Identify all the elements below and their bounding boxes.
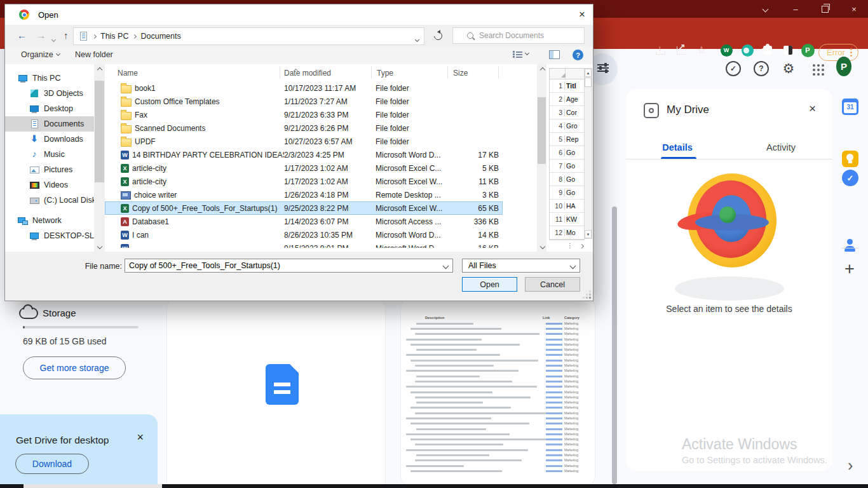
file-row[interactable]: article-city 1/17/2023 1:02 AM Microsoft… bbox=[105, 161, 503, 175]
address-dropdown-chevron-icon[interactable] bbox=[416, 34, 419, 43]
resize-grip[interactable] bbox=[589, 297, 591, 299]
contacts-icon[interactable] bbox=[842, 238, 858, 254]
folder-tree-scrollbar[interactable] bbox=[94, 64, 105, 252]
calendar-icon[interactable]: 31 bbox=[842, 98, 858, 115]
settings-gear-icon[interactable]: ⚙ bbox=[781, 61, 796, 76]
tab-activity[interactable]: Activity bbox=[729, 142, 832, 152]
breadcrumb-current[interactable]: Documents bbox=[140, 32, 180, 41]
extension-w-icon[interactable]: W bbox=[719, 43, 733, 57]
file-row[interactable]: 14 BIRTHDAY PARTY CELEBRATION IDEAS... 2… bbox=[105, 148, 503, 161]
page-scrollbar[interactable] bbox=[612, 207, 617, 484]
folder-tree-item[interactable]: (C:) Local Disk bbox=[5, 193, 94, 208]
google-apps-grid-icon[interactable] bbox=[810, 61, 825, 76]
browser-profile-avatar[interactable]: P bbox=[801, 43, 815, 57]
search-input[interactable] bbox=[478, 30, 576, 41]
recent-locations-chevron-icon[interactable] bbox=[52, 32, 55, 43]
folder-tree-item[interactable]: This PC bbox=[5, 71, 94, 86]
preview-scroll-down-icon[interactable]: ▼ bbox=[585, 230, 592, 238]
file-name-input[interactable] bbox=[125, 261, 452, 270]
file-list-scrollbar[interactable] bbox=[537, 64, 546, 252]
preview-scroll-right-icon[interactable] bbox=[580, 241, 583, 250]
split-screen-extension-icon[interactable] bbox=[781, 43, 795, 57]
extension-teal-icon[interactable] bbox=[740, 43, 754, 57]
up-directory-icon[interactable]: ↑ bbox=[64, 30, 69, 41]
drive-file-card-doc[interactable] bbox=[166, 299, 386, 488]
tab-search-chevron-icon[interactable] bbox=[752, 0, 778, 18]
cancel-button[interactable]: Cancel bbox=[525, 277, 580, 292]
address-bar[interactable]: This PC Documents bbox=[73, 27, 424, 45]
dialog-close-icon[interactable]: × bbox=[579, 8, 585, 21]
tasks-icon[interactable]: ✓ bbox=[842, 170, 858, 186]
folder-tree-item[interactable]: ♪ Music bbox=[5, 147, 94, 162]
folder-tree-scroll-thumb[interactable] bbox=[95, 81, 104, 182]
scroll-up-icon[interactable] bbox=[537, 64, 548, 75]
preview-scrollbar[interactable]: ▲ ▼ bbox=[584, 68, 592, 239]
forward-arrow-icon[interactable]: → bbox=[36, 30, 46, 41]
drive-profile-avatar[interactable]: P bbox=[836, 58, 851, 74]
new-folder-button[interactable]: New folder bbox=[75, 50, 113, 59]
file-row[interactable]: article-city 1/17/2023 1:02 AM Microsoft… bbox=[105, 175, 503, 188]
folder-tree-item[interactable]: Pictures bbox=[5, 162, 94, 177]
support-icon[interactable]: ? bbox=[754, 61, 769, 76]
show-side-panel-chevron-icon[interactable]: › bbox=[848, 456, 853, 475]
view-mode-icon[interactable] bbox=[513, 50, 529, 58]
folder-tree-item[interactable]: 3D Objects bbox=[5, 86, 94, 101]
tab-details[interactable]: Details bbox=[626, 142, 729, 152]
file-row[interactable]: Scanned Documents 9/21/2023 6:26 PM File… bbox=[105, 121, 503, 135]
minimize-button[interactable]: – bbox=[783, 0, 808, 18]
open-button[interactable]: Open bbox=[462, 277, 517, 292]
column-name[interactable]: Name bbox=[118, 69, 138, 78]
file-type-dropdown-chevron-icon[interactable] bbox=[570, 262, 576, 269]
file-row[interactable]: I can 8/26/2023 10:35 PM Microsoft Word … bbox=[105, 228, 503, 241]
get-more-storage-button[interactable]: Get more storage bbox=[23, 356, 126, 379]
storage-label[interactable]: Storage bbox=[43, 308, 76, 318]
restore-button[interactable] bbox=[812, 0, 837, 18]
offline-status-icon[interactable]: ✓ bbox=[726, 61, 741, 76]
promo-download-button[interactable]: Download bbox=[15, 454, 89, 474]
file-row[interactable]: book1 10/17/2023 11:17 AM File folder bbox=[105, 81, 503, 95]
bookmark-star-icon[interactable]: ☆ bbox=[695, 43, 709, 57]
extensions-puzzle-icon[interactable] bbox=[761, 43, 775, 57]
scroll-down-icon[interactable] bbox=[94, 241, 105, 252]
preview-scroll-up-icon[interactable]: ▲ bbox=[585, 69, 592, 77]
get-addons-plus-icon[interactable]: + bbox=[844, 259, 855, 279]
folder-tree-item[interactable]: ⬇ Downloads bbox=[5, 132, 94, 147]
file-name-combobox[interactable] bbox=[125, 259, 453, 273]
organize-menu[interactable]: Organize bbox=[21, 50, 60, 59]
file-row[interactable]: UPDF 10/27/2023 6:57 AM File folder bbox=[105, 135, 503, 148]
folder-tree-item[interactable]: Videos bbox=[5, 177, 94, 193]
preview-scroll-thumb[interactable] bbox=[585, 78, 592, 87]
dialog-titlebar[interactable]: Open × bbox=[5, 4, 593, 25]
file-row[interactable]: Database1 1/14/2023 6:07 PM Microsoft Ac… bbox=[105, 215, 503, 228]
refresh-button[interactable] bbox=[427, 27, 449, 44]
file-type-filter[interactable]: All Files bbox=[462, 259, 580, 273]
share-icon[interactable] bbox=[674, 43, 688, 57]
back-arrow-icon[interactable]: ← bbox=[17, 30, 27, 41]
column-type[interactable]: Type bbox=[377, 69, 393, 78]
folder-tree-item[interactable]: Documents bbox=[5, 116, 94, 132]
preview-pane-icon[interactable] bbox=[549, 50, 560, 59]
browser-menu-dots-icon[interactable] bbox=[850, 51, 852, 53]
promo-close-icon[interactable]: × bbox=[137, 431, 144, 444]
search-box[interactable] bbox=[452, 27, 585, 44]
breadcrumb-root[interactable]: This PC bbox=[100, 32, 128, 41]
folder-tree-item[interactable]: Desktop bbox=[5, 101, 94, 116]
file-row[interactable]: choice writer 1/26/2023 4:18 PM Remote D… bbox=[105, 188, 503, 201]
help-icon[interactable]: ? bbox=[573, 50, 583, 60]
file-row[interactable]: Copy of 500+_Free_Tools_For_Startups(1) … bbox=[105, 201, 503, 215]
file-row[interactable]: Custom Office Templates 1/11/2023 7:27 A… bbox=[105, 95, 503, 108]
folder-tree-item[interactable]: Network bbox=[5, 213, 94, 228]
scroll-up-icon[interactable] bbox=[94, 64, 105, 75]
column-date-modified[interactable]: Date modified bbox=[284, 69, 331, 78]
file-list-scroll-thumb[interactable] bbox=[538, 97, 546, 164]
details-panel-close-icon[interactable]: × bbox=[809, 102, 816, 116]
download-icon[interactable] bbox=[653, 43, 667, 57]
file-row[interactable]: 9/15/2023 9:01 PM Microsoft Word D... 16… bbox=[105, 241, 503, 248]
preview-more-dots-icon[interactable]: ⋮ bbox=[567, 242, 574, 249]
folder-tree-item[interactable]: DESKTOP-SLI3G3 bbox=[5, 228, 94, 243]
drive-file-card-sheet[interactable]: DescriptionLinkCategory MarketingMarketi… bbox=[400, 299, 595, 485]
file-row[interactable]: Fax 9/21/2023 6:33 PM File folder bbox=[105, 108, 503, 121]
keep-icon[interactable] bbox=[842, 151, 858, 167]
column-size[interactable]: Size bbox=[453, 69, 468, 78]
scroll-down-icon[interactable] bbox=[537, 241, 548, 252]
